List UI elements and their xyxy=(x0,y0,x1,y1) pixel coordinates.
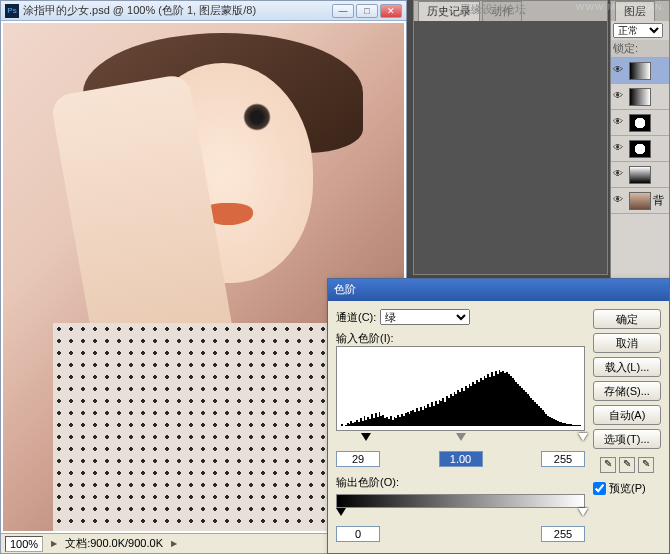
white-point-slider[interactable] xyxy=(578,433,588,441)
visibility-icon[interactable]: 👁 xyxy=(613,64,627,78)
input-black-field[interactable] xyxy=(336,451,380,467)
cancel-button[interactable]: 取消 xyxy=(593,333,661,353)
layers-panel: 图层 正常 锁定: 👁 👁 👁 👁 👁 👁背 xyxy=(610,0,670,290)
layer-row[interactable]: 👁 xyxy=(611,162,669,188)
info-menu-icon[interactable]: ▶ xyxy=(171,539,177,548)
channel-label: 通道(C): xyxy=(336,310,376,325)
gamma-slider[interactable] xyxy=(456,433,466,441)
history-list[interactable] xyxy=(414,21,607,274)
lock-row: 锁定: xyxy=(611,40,669,58)
histogram xyxy=(336,346,585,431)
gray-eyedropper[interactable]: ✎ xyxy=(619,457,635,473)
options-button[interactable]: 选项(T)... xyxy=(593,429,661,449)
output-black-slider[interactable] xyxy=(336,508,346,516)
output-gradient xyxy=(336,494,585,508)
save-button[interactable]: 存储(S)... xyxy=(593,381,661,401)
layer-row[interactable]: 👁 xyxy=(611,58,669,84)
ok-button[interactable]: 确定 xyxy=(593,309,661,329)
zoom-level[interactable]: 100% xyxy=(5,536,43,552)
auto-button[interactable]: 自动(A) xyxy=(593,405,661,425)
input-sliders[interactable] xyxy=(336,435,585,447)
blend-mode-select[interactable]: 正常 xyxy=(613,23,663,38)
layer-row[interactable]: 👁 xyxy=(611,84,669,110)
close-button[interactable]: ✕ xyxy=(380,4,402,18)
black-eyedropper[interactable]: ✎ xyxy=(600,457,616,473)
load-button[interactable]: 载入(L)... xyxy=(593,357,661,377)
visibility-icon[interactable]: 👁 xyxy=(613,194,627,208)
maximize-button[interactable]: □ xyxy=(356,4,378,18)
titlebar[interactable]: Ps 涂指甲的少女.psd @ 100% (色阶 1, 图层蒙版/8) — □ … xyxy=(1,1,406,21)
output-white-slider[interactable] xyxy=(578,508,588,516)
zoom-stepper-icon[interactable]: ▶ xyxy=(51,539,57,548)
ps-icon: Ps xyxy=(5,4,19,18)
dialog-title[interactable]: 色阶 xyxy=(328,279,669,301)
doc-size: 文档:900.0K/900.0K xyxy=(65,536,163,551)
output-black-field[interactable] xyxy=(336,526,380,542)
black-point-slider[interactable] xyxy=(361,433,371,441)
output-white-field[interactable] xyxy=(541,526,585,542)
visibility-icon[interactable]: 👁 xyxy=(613,90,627,104)
output-levels-label: 输出色阶(O): xyxy=(336,475,585,490)
minimize-button[interactable]: — xyxy=(332,4,354,18)
layer-row[interactable]: 👁 xyxy=(611,110,669,136)
document-title: 涂指甲的少女.psd @ 100% (色阶 1, 图层蒙版/8) xyxy=(23,3,332,18)
output-sliders[interactable] xyxy=(336,510,585,522)
layer-thumb xyxy=(629,192,651,210)
channel-select[interactable]: 绿 xyxy=(380,309,470,325)
watermark-2: 思缘设计论坛 xyxy=(460,2,526,17)
layer-thumb xyxy=(629,166,651,184)
input-white-field[interactable] xyxy=(541,451,585,467)
preview-checkbox[interactable]: 预览(P) xyxy=(593,481,661,496)
layer-thumb xyxy=(629,140,651,158)
layer-thumb xyxy=(629,62,651,80)
visibility-icon[interactable]: 👁 xyxy=(613,168,627,182)
layer-row[interactable]: 👁背 xyxy=(611,188,669,214)
layer-label: 背 xyxy=(653,193,664,208)
white-eyedropper[interactable]: ✎ xyxy=(638,457,654,473)
input-levels-label: 输入色阶(I): xyxy=(336,331,585,346)
layer-thumb xyxy=(629,114,651,132)
layer-row[interactable]: 👁 xyxy=(611,136,669,162)
input-gamma-field[interactable] xyxy=(439,451,483,467)
visibility-icon[interactable]: 👁 xyxy=(613,116,627,130)
watermark: WWW.MISSYUAN. xyxy=(576,2,666,12)
layer-thumb xyxy=(629,88,651,106)
visibility-icon[interactable]: 👁 xyxy=(613,142,627,156)
layers-list[interactable]: 👁 👁 👁 👁 👁 👁背 xyxy=(611,58,669,214)
levels-dialog: 色阶 通道(C): 绿 输入色阶(I): 输出色阶(O): xyxy=(327,278,670,554)
history-panel: 历史记录 动作 xyxy=(413,0,608,275)
